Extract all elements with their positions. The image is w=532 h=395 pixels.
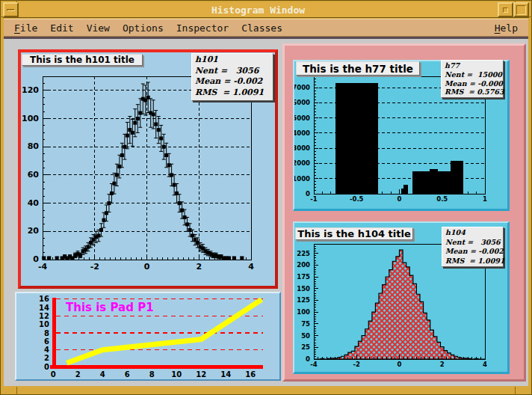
stats-line: RMS = 1.0091 (445, 257, 500, 266)
pad-h104[interactable]: -4-20240255075100125150175200225 This is… (293, 221, 510, 374)
svg-text:-0.5: -0.5 (350, 195, 364, 203)
svg-text:14: 14 (220, 370, 231, 379)
title-bar[interactable]: Histogram Window (3, 2, 529, 18)
frame-resize-notch[interactable] (16, 387, 17, 395)
svg-text:-1: -1 (310, 195, 318, 203)
menu-item-help[interactable]: Help (495, 22, 518, 34)
menu-item-file[interactable]: File (14, 22, 37, 34)
h77-title-text: This is the h77 title (303, 63, 413, 75)
svg-text:12: 12 (39, 312, 49, 320)
svg-text:0: 0 (44, 363, 49, 371)
svg-text:0: 0 (306, 355, 310, 363)
root-canvas[interactable]: -4-2024020406080100120 This is the h101 … (4, 39, 528, 386)
svg-text:10: 10 (171, 370, 182, 379)
menu-item-view[interactable]: View (87, 22, 110, 34)
svg-text:-4: -4 (38, 262, 48, 272)
svg-text:-4: -4 (310, 361, 318, 368)
svg-text:2000: 2000 (293, 159, 310, 167)
h104-title-box[interactable]: This is the h104 title (295, 227, 413, 240)
svg-text:16: 16 (245, 370, 256, 379)
svg-text:3000: 3000 (293, 144, 310, 152)
stats-line: Nent = 3056 (445, 238, 500, 248)
p1-title-text[interactable]: This is Pad P1 (66, 301, 154, 314)
maximize-icon (516, 5, 526, 15)
svg-text:12: 12 (196, 370, 206, 379)
svg-text:0: 0 (398, 195, 402, 203)
stats-line: Mean = -0.000 (445, 79, 500, 88)
frame-resize-notch[interactable] (16, 0, 17, 2)
h101-title-text: This is the h101 title (30, 55, 134, 65)
svg-text:50: 50 (301, 332, 310, 340)
svg-text:100: 100 (297, 308, 310, 316)
stats-line: Mean = -0.002 (195, 76, 270, 88)
minimize-button[interactable] (498, 2, 513, 17)
svg-text:80: 80 (28, 141, 40, 151)
svg-text:2: 2 (196, 262, 202, 272)
svg-text:75: 75 (301, 320, 310, 328)
stats-line: Nent = 15000 (445, 70, 500, 79)
stats-line: h77 (445, 61, 500, 70)
svg-text:4: 4 (248, 262, 254, 272)
stats-line: Mean = -0.002 (445, 247, 500, 257)
h77-stats-box[interactable]: h77Nent = 15000Mean = -0.000RMS = 0.5763 (441, 60, 504, 98)
svg-text:10: 10 (39, 320, 49, 328)
svg-text:175: 175 (297, 273, 310, 281)
svg-text:6: 6 (44, 337, 49, 346)
svg-text:0.5: 0.5 (436, 195, 448, 203)
svg-text:-2: -2 (353, 361, 361, 368)
svg-text:2: 2 (440, 361, 445, 368)
stats-line: h104 (445, 228, 500, 238)
svg-text:0: 0 (144, 262, 150, 272)
minimize-icon (503, 7, 508, 13)
svg-text:8: 8 (149, 370, 155, 379)
svg-text:125: 125 (297, 296, 310, 304)
pad-h77[interactable]: -1-0.500.5101000200030004000500060007000… (293, 60, 510, 211)
pad-h101[interactable]: -4-2024020406080100120 This is the h101 … (18, 49, 278, 289)
menu-item-classes[interactable]: Classes (241, 22, 282, 34)
stats-line: RMS = 0.5763 (445, 88, 500, 97)
maximize-button[interactable] (513, 2, 529, 17)
menu-item-inspector[interactable]: Inspector (176, 22, 229, 34)
svg-text:20: 20 (28, 226, 40, 236)
svg-text:1: 1 (483, 195, 487, 203)
frame-resize-notch[interactable] (529, 16, 532, 17)
h77-title-box[interactable]: This is the h77 title (296, 61, 420, 76)
frame-resize-notch[interactable] (515, 387, 516, 395)
svg-text:8: 8 (44, 329, 49, 337)
svg-text:6000: 6000 (293, 99, 310, 106)
window-menu-button[interactable] (3, 2, 19, 17)
stats-line: h101 (195, 55, 270, 66)
h104-stats-box[interactable]: h104Nent = 3056Mean = -0.002RMS = 1.0091 (442, 227, 504, 267)
window-title: Histogram Window (19, 2, 498, 17)
svg-text:120: 120 (22, 85, 39, 95)
subcanvas-pink[interactable]: -1-0.500.5101000200030004000500060007000… (282, 43, 526, 382)
histogram-window: Histogram Window FileEditViewOptionsInsp… (0, 0, 532, 395)
menu-item-edit[interactable]: Edit (50, 22, 73, 34)
svg-text:4: 4 (483, 361, 487, 368)
frame-resize-notch[interactable] (515, 0, 516, 2)
svg-text:6: 6 (125, 370, 130, 379)
svg-text:1000: 1000 (293, 175, 310, 183)
h101-stats-box[interactable]: h101Nent = 3056Mean = -0.002RMS = 1.0091 (191, 53, 273, 101)
stats-line: Nent = 3056 (195, 66, 270, 77)
menu-bar: FileEditViewOptionsInspectorClassesHelp (4, 19, 528, 37)
h104-title-text: This is the h104 title (297, 228, 410, 239)
svg-text:150: 150 (297, 285, 310, 293)
svg-text:16: 16 (39, 295, 49, 303)
svg-text:0: 0 (398, 361, 402, 368)
svg-text:200: 200 (297, 261, 310, 269)
h101-title-box[interactable]: This is the h101 title (22, 54, 143, 66)
svg-text:225: 225 (297, 250, 310, 257)
svg-text:7000: 7000 (293, 84, 310, 91)
svg-text:0: 0 (51, 370, 56, 379)
pad-p1[interactable]: 02468101214160246810121416 This is Pad P… (15, 292, 281, 381)
svg-text:0: 0 (306, 190, 310, 198)
svg-text:0: 0 (33, 254, 39, 264)
svg-text:5000: 5000 (293, 114, 310, 122)
svg-text:25: 25 (301, 343, 310, 351)
svg-text:100: 100 (22, 114, 39, 123)
menu-item-options[interactable]: Options (123, 22, 164, 34)
frame-resize-notch[interactable] (0, 16, 3, 17)
window-menu-dash-icon (7, 9, 15, 11)
stats-line: RMS = 1.0091 (195, 88, 270, 99)
